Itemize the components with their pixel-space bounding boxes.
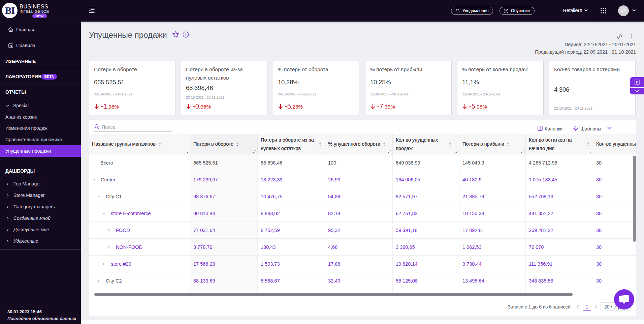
header-loss-zero-stock[interactable]: Потери в обороте из-за нулевых остатков bbox=[258, 134, 325, 154]
sidebar-item-store-manager[interactable]: Store Manager bbox=[13, 192, 45, 199]
vertical-scrollbar[interactable] bbox=[633, 156, 636, 242]
info-circle-icon bbox=[183, 31, 189, 38]
cell-loss-turnover: 77 031,64 bbox=[190, 222, 258, 238]
more-options-icon[interactable] bbox=[629, 33, 634, 39]
search-input[interactable]: Поиск bbox=[102, 124, 115, 130]
header-lost-sales-count[interactable]: Кол-во упущенных продаж bbox=[393, 134, 459, 154]
sort-icon[interactable] bbox=[507, 142, 510, 147]
workspace-selector[interactable]: RetailerX bbox=[563, 8, 583, 13]
row-expand-icon[interactable] bbox=[102, 262, 105, 266]
row-expand-icon[interactable] bbox=[97, 195, 100, 198]
chevron-right-icon[interactable] bbox=[6, 205, 9, 208]
chevron-right-icon[interactable] bbox=[6, 228, 9, 231]
kpi-title: % потерь от оборота bbox=[278, 65, 354, 73]
topbar-divider bbox=[542, 0, 542, 22]
table-row[interactable]: City C1 98 376,67 10 476,75 54,89 82 571… bbox=[89, 188, 636, 205]
sort-icon[interactable] bbox=[383, 142, 386, 147]
sidebar-item-available-to-me[interactable]: Доступные мне bbox=[13, 226, 49, 233]
header-loss-profit[interactable]: Потери в прибыли bbox=[459, 134, 526, 154]
row-expand-icon[interactable] bbox=[92, 178, 95, 181]
table-row[interactable]: Всего 665 525,51 68 698,46 100 649 038,9… bbox=[89, 154, 636, 171]
table-row[interactable]: NON-FOOD 3 778,79 130,43 4,68 3 360,65 1… bbox=[89, 239, 636, 256]
cell-pct-lost-turnover: 95,32 bbox=[325, 222, 393, 238]
sort-icon[interactable] bbox=[319, 142, 322, 147]
table-collapse-chevron-icon[interactable] bbox=[607, 126, 612, 130]
column-resize-handle[interactable] bbox=[320, 149, 324, 153]
row-expand-icon[interactable] bbox=[107, 229, 110, 232]
cell-lost-sales-count: 58 125,08 bbox=[393, 272, 459, 289]
group-name-cell: Всего bbox=[89, 154, 190, 171]
sort-icon[interactable] bbox=[158, 142, 161, 147]
group-expand-icon[interactable] bbox=[6, 104, 9, 107]
sidebar-item-top-manager[interactable]: Top Manager bbox=[13, 180, 41, 187]
cell-lost-count: 30 bbox=[593, 188, 636, 205]
collapse-panel-button[interactable] bbox=[630, 88, 644, 94]
logo[interactable]: BI bbox=[2, 3, 18, 18]
training-label: Обучение bbox=[511, 8, 530, 13]
column-resize-handle[interactable] bbox=[588, 149, 592, 153]
chevron-right-icon[interactable] bbox=[6, 194, 9, 197]
column-resize-handle[interactable] bbox=[455, 149, 458, 153]
next-page-icon[interactable] bbox=[594, 305, 597, 309]
sidebar-item-created-by-me[interactable]: Созданные мной bbox=[13, 215, 51, 222]
page-number[interactable]: 1 bbox=[583, 303, 591, 311]
chat-button[interactable] bbox=[614, 289, 634, 310]
group-name: FOOD bbox=[116, 228, 130, 233]
row-expand-icon[interactable] bbox=[97, 279, 100, 283]
sort-icon-active-desc[interactable] bbox=[236, 142, 239, 147]
table-row[interactable]: City C2 58 133,69 5 568,67 32,43 58 125,… bbox=[89, 272, 636, 289]
workspace-chevron-icon[interactable] bbox=[584, 9, 588, 12]
avatar[interactable]: NT bbox=[618, 5, 629, 16]
sidebar-item-home[interactable]: Главная bbox=[16, 26, 34, 33]
chevron-down-icon bbox=[584, 9, 588, 12]
notifications-button[interactable]: Уведомления bbox=[451, 7, 493, 15]
table-row[interactable]: FOOD 77 031,64 8 752,59 95,32 59 391,18 … bbox=[89, 222, 636, 239]
sort-icon[interactable] bbox=[449, 142, 452, 147]
apps-grid-icon[interactable] bbox=[600, 7, 607, 14]
header-pct-lost-turnover[interactable]: % упущенного оборота bbox=[325, 134, 393, 154]
sidebar-item-comparative-dynamics[interactable]: Сравнительная динамика bbox=[5, 136, 62, 143]
sidebar-group-special[interactable]: Special bbox=[13, 102, 29, 109]
column-resize-handle[interactable] bbox=[186, 149, 189, 153]
header-stock-start-day[interactable]: Кол-во остатков на начало дня bbox=[526, 134, 593, 154]
table-row[interactable]: store E-commerce 80 810,44 8 883,02 82,1… bbox=[89, 205, 636, 222]
chevron-right-icon bbox=[6, 182, 9, 186]
column-resize-handle[interactable] bbox=[521, 149, 525, 153]
user-menu-chevron-icon[interactable] bbox=[632, 9, 636, 12]
columns-button[interactable]: Колонки bbox=[545, 126, 562, 131]
column-resize-handle[interactable] bbox=[388, 149, 392, 153]
sidebar-item-rules[interactable]: Правила bbox=[16, 42, 35, 49]
favorite-star-icon[interactable] bbox=[172, 31, 179, 38]
header-lost-count[interactable]: Кол-во упущенных bbox=[593, 134, 636, 154]
tags-icon bbox=[573, 125, 579, 131]
table-row[interactable]: Center 179 239,07 18 223,33 26,93 164 00… bbox=[89, 171, 636, 188]
kpi-title: % потерь от прибыли bbox=[370, 65, 447, 73]
chevron-right-icon[interactable] bbox=[6, 239, 9, 243]
horizontal-scrollbar[interactable] bbox=[94, 293, 573, 296]
sidebar-item-basket-analysis[interactable]: Анализ корзин bbox=[5, 114, 37, 120]
chevron-right-icon[interactable] bbox=[6, 182, 9, 185]
row-expand-icon[interactable] bbox=[102, 212, 105, 215]
table-row[interactable]: store #20 17 566,23 1 593,73 17,86 19 82… bbox=[89, 256, 636, 272]
sidebar-collapse-icon[interactable] bbox=[89, 7, 95, 13]
row-expand-icon[interactable] bbox=[107, 245, 110, 249]
column-resize-handle[interactable] bbox=[253, 149, 257, 153]
header-loss-turnover[interactable]: Потери в обороте bbox=[190, 134, 258, 154]
app-screen: BI BUSINESS INTELLIGENCE NEW Уведомления… bbox=[0, 0, 644, 324]
prev-page-icon[interactable] bbox=[577, 305, 579, 309]
info-icon[interactable] bbox=[183, 31, 189, 38]
sidebar-item-deleted[interactable]: Удаленные bbox=[13, 238, 38, 244]
sidebar-item-category-managers[interactable]: Category managers bbox=[13, 203, 55, 210]
kpi-delta-int: -5 bbox=[469, 102, 475, 110]
sidebar-item-lost-sales-active[interactable]: Упущенные продажи bbox=[0, 145, 81, 157]
share-link-icon[interactable] bbox=[617, 34, 622, 39]
sort-icon[interactable] bbox=[587, 142, 590, 147]
header-group-name[interactable]: Название группы магазинов bbox=[89, 134, 190, 154]
filters-button[interactable] bbox=[630, 77, 644, 88]
sidebar-item-sales-changes[interactable]: Изменения продаж bbox=[5, 125, 47, 131]
chevron-right-icon[interactable] bbox=[6, 216, 9, 220]
templates-button[interactable]: Шаблоны bbox=[580, 126, 601, 131]
sort-carets-icon bbox=[383, 142, 386, 147]
training-button[interactable]: Обучение bbox=[500, 7, 535, 15]
kpi-card-loss-turnover: Потери в обороте 665 525,51 22-10-2021 -… bbox=[89, 61, 175, 115]
